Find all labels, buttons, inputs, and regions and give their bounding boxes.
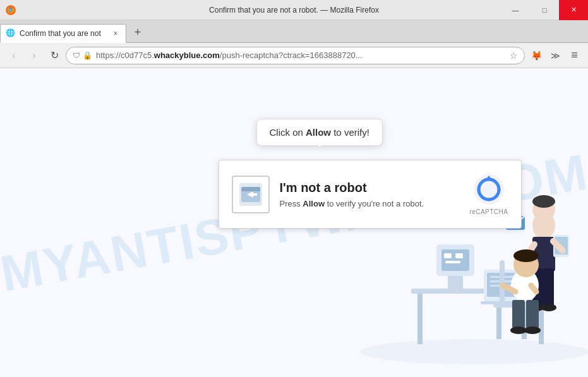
svg-rect-24: [543, 268, 554, 306]
shield-icon: 🛡: [73, 51, 80, 60]
address-bar[interactable]: 🛡 🔒 https://c0d77c5.whackyblue.com/push-…: [66, 47, 525, 64]
browser-window-icon: [239, 183, 262, 206]
url-path: /push-recaptcha?ctrack=1663888720...: [220, 51, 363, 60]
svg-point-3: [361, 339, 588, 364]
reload-button[interactable]: ↻: [45, 47, 63, 64]
tabbar: 🌐 Confirm that you are not × +: [0, 20, 588, 43]
recaptcha-label: reCAPTCHA: [469, 208, 508, 215]
back-button[interactable]: ‹: [5, 47, 23, 64]
svg-point-43: [524, 326, 541, 334]
toolbar-right: 🦊 ≫ ≡: [527, 47, 583, 64]
tab-favicon: 🌐: [6, 28, 16, 39]
tab-close-button[interactable]: ×: [111, 28, 121, 39]
extensions-button[interactable]: ≫: [546, 47, 564, 64]
svg-rect-41: [526, 300, 539, 328]
address-icons: 🛡 🔒: [73, 51, 92, 60]
desc-bold: Allow: [303, 199, 325, 208]
recaptcha-text-area: I'm not a robot Press Allow to verify yo…: [280, 181, 460, 208]
firefox-icon: [5, 4, 16, 16]
svg-rect-10: [455, 253, 463, 258]
maximize-button[interactable]: □: [530, 0, 559, 20]
active-tab[interactable]: 🌐 Confirm that you are not ×: [0, 24, 126, 43]
recaptcha-card: I'm not a robot Press Allow to verify yo…: [219, 160, 522, 229]
tooltip-text-bold: Allow: [306, 127, 331, 138]
recaptcha-icon-inner: [239, 183, 262, 206]
recaptcha-logo-icon: [472, 173, 505, 206]
menu-button[interactable]: ≡: [565, 47, 583, 64]
new-tab-button[interactable]: +: [129, 23, 147, 41]
navbar: ‹ › ↻ 🛡 🔒 https://c0d77c5.whackyblue.com…: [0, 43, 588, 68]
svg-rect-33: [496, 308, 501, 339]
recaptcha-title: I'm not a robot: [280, 181, 460, 195]
url-prefix: https://c0d77c5.: [96, 51, 154, 60]
pocket-button[interactable]: 🦊: [527, 47, 545, 64]
page-content: MYANTISPYWARE.COM: [0, 68, 588, 377]
svg-rect-11: [445, 261, 460, 263]
tooltip-text-before: Click on: [270, 127, 306, 138]
desc-before: Press: [280, 199, 303, 208]
svg-point-30: [541, 304, 556, 311]
svg-point-21: [532, 195, 555, 208]
bookmark-star-button[interactable]: ☆: [510, 51, 518, 61]
svg-line-39: [531, 285, 536, 292]
tooltip-text-after: to verify!: [331, 127, 369, 138]
titlebar: Confirm that you are not a robot. — Mozi…: [0, 0, 588, 20]
svg-rect-31: [500, 260, 505, 304]
lock-icon: 🔒: [83, 51, 92, 60]
recaptcha-description: Press Allow to verify you're not a robot…: [280, 199, 460, 208]
svg-rect-53: [252, 193, 257, 196]
titlebar-controls: — □ ✕: [501, 0, 588, 20]
minimize-button[interactable]: —: [501, 0, 530, 20]
desc-after: to verify you're not a robot.: [325, 199, 424, 208]
svg-rect-5: [417, 294, 423, 344]
close-button[interactable]: ✕: [559, 0, 588, 20]
allow-tooltip: Click on Allow to verify!: [256, 119, 383, 146]
svg-rect-12: [448, 276, 463, 289]
forward-button[interactable]: ›: [25, 47, 43, 64]
titlebar-title: Confirm that you are not a robot. — Mozi…: [209, 6, 379, 15]
tab-label: Confirm that you are not: [20, 29, 108, 38]
url-domain: whackyblue.com: [154, 51, 220, 60]
titlebar-left: [0, 4, 20, 16]
svg-point-2: [9, 8, 13, 12]
svg-rect-8: [441, 249, 469, 271]
svg-rect-9: [444, 253, 452, 258]
recaptcha-logo-area: reCAPTCHA: [469, 173, 508, 215]
svg-point-37: [513, 249, 539, 262]
svg-rect-40: [512, 300, 525, 328]
address-url: https://c0d77c5.whackyblue.com/push-reca…: [96, 51, 506, 60]
recaptcha-icon-area: [232, 176, 270, 213]
svg-rect-51: [241, 190, 260, 191]
